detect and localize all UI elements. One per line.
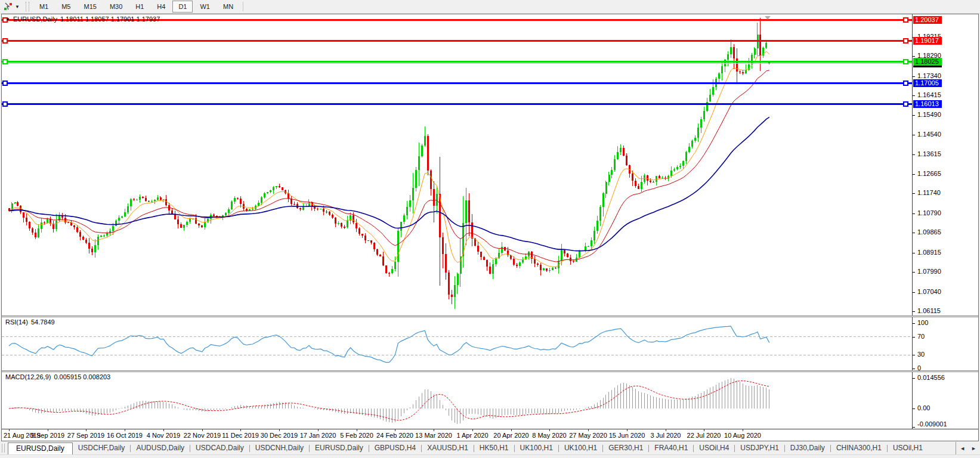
chart-tab-hk50-h1[interactable]: HK50,H1 [474,442,514,454]
timeframe-button-d1[interactable]: D1 [172,1,193,13]
chart-tab-usoil-h4[interactable]: USOil,H4 [694,442,734,454]
date-tick-mark [666,429,666,431]
date-tick-mark [86,429,86,431]
chart-tab-usdcnh-daily[interactable]: USDCNH,Daily [250,442,309,454]
symbol-menu-caret-icon[interactable]: ▼ [5,17,10,22]
crosshair-tool-icon[interactable] [2,1,15,12]
timeframe-button-m1[interactable]: M1 [33,1,54,13]
chart-tab-fra40-h1[interactable]: FRA40,H1 [649,442,693,454]
date-tick-mark [163,429,164,431]
price-tick-label: 1.12665 [917,170,941,178]
chart-tab-xauusd-h1[interactable]: XAUUSD,H1 [422,442,474,454]
date-label: 9 Sep 2019 [31,432,64,439]
chart-title: ▼ EURUSD,Daily 1.18011 1.18057 1.17901 1… [5,16,160,23]
rsi-tick-mark [913,369,915,369]
macd-tick-label: 0.00 [917,404,930,412]
date-axis: 21 Aug 20199 Sep 201927 Sep 201916 Oct 2… [2,429,978,441]
date-tick-mark [202,429,203,431]
chart-tab-eurusd-daily[interactable]: EURUSD,Daily [8,442,73,455]
price-tick-mark [913,76,915,77]
price-tick-mark [913,233,915,233]
date-label: 27 Sep 2019 [67,432,104,439]
date-label: 22 Jul 2020 [687,432,721,439]
date-tick-mark [511,429,512,431]
horizontal-line-support-3[interactable] [2,102,912,106]
date-label: 5 Feb 2020 [340,432,373,439]
macd-values: 0.005915 0.008203 [54,373,110,380]
date-label: 27 May 2020 [569,432,607,439]
timeframe-button-m15[interactable]: M15 [78,1,102,13]
date-tick-mark [125,429,125,431]
tool-dropdown-caret-icon[interactable]: ▼ [15,4,20,10]
price-tick-label: 1.16415 [917,91,941,99]
timeframe-button-m30[interactable]: M30 [104,1,128,13]
chart-tab-china300-h1[interactable]: CHINA300,H1 [831,442,887,454]
tab-scroll-right-icon[interactable]: ► [971,445,976,451]
date-tick-mark [48,429,48,431]
toolbar-grip[interactable] [26,2,29,11]
price-tick-label: 1.07040 [917,288,941,296]
timeframe-buttons: M1M5M15M30H1H4D1W1MN [33,1,240,13]
date-label: 8 May 2020 [532,432,566,439]
rsi-tick-mark [913,323,915,324]
date-label: 17 Jan 2020 [300,432,336,439]
macd-histogram [9,378,769,424]
date-tick-mark [395,429,395,431]
timeframe-button-h4[interactable]: H4 [151,1,171,13]
candlestick-chart[interactable] [2,14,912,315]
price-axis: 1.192151.182901.173401.164151.154901.145… [912,14,978,315]
rsi-value: 54.7849 [31,318,55,326]
date-label: 3 Jul 2020 [651,432,681,439]
timeframe-button-w1[interactable]: W1 [194,1,216,13]
date-tick-mark [279,429,280,431]
price-tick-mark [913,95,915,96]
chart-tab-usoil-h1[interactable]: USOil,H1 [888,442,928,454]
chart-tab-usdcad-daily[interactable]: USDCAD,Daily [190,442,249,454]
chart-tabbar: EURUSD,DailyUSDCHF,DailyAUDUSD,DailyUSDC… [0,442,980,454]
macd-pane[interactable]: MACD(12,26,9) 0.005915 0.008203 0.014556… [2,372,978,429]
horizontal-line-resistance-2[interactable] [2,39,912,43]
price-tick-label: 1.08915 [917,249,941,256]
timeframe-button-m5[interactable]: M5 [55,1,76,13]
timeframe-button-h1[interactable]: H1 [129,1,150,13]
chart-tab-dj30-daily[interactable]: DJ30,Daily [785,442,830,454]
rsi-plot [2,317,912,370]
moving-average-55 [9,117,769,250]
tab-scroll-left-icon[interactable]: ◄ [960,445,965,451]
chart-tab-gbpusd-h4[interactable]: GBPUSD,H4 [369,442,421,454]
timeframe-toolbar: ▼ M1M5M15M30H1H4D1W1MN [0,0,980,14]
chart-tab-uk100-h1[interactable]: UK100,H1 [559,442,602,454]
horizontal-line-support-2[interactable] [2,81,912,85]
rsi-tick-label: 70 [917,333,925,341]
chart-tab-eurusd-daily[interactable]: EURUSD,Daily [310,442,369,454]
price-tick-mark [913,253,915,253]
date-tick-mark [588,429,589,431]
chart-tab-usdjpy-h1[interactable]: USDJPY,H1 [735,442,784,454]
toolbar-separator [243,2,243,11]
date-tick-mark [9,429,10,431]
price-tick-mark [913,311,915,312]
chart-tab-ger30-h1[interactable]: GER30,H1 [603,442,648,454]
date-label: 15 Jun 2020 [609,432,645,439]
chart-ohlc-values: 1.18011 1.18057 1.17901 1.17937 [60,16,160,23]
date-tick-mark [318,429,319,431]
chart-tab-uk100-h1[interactable]: UK100,H1 [515,442,558,454]
date-label: 13 Mar 2020 [415,432,452,439]
chart-tab-usdchf-daily[interactable]: USDCHF,Daily [73,442,131,454]
horizontal-line-support-1[interactable] [2,60,912,64]
macd-tick-mark [913,409,915,409]
chart-tab-audusd-daily[interactable]: AUDUSD,Daily [131,442,190,454]
price-tick-label: 1.14540 [917,131,941,138]
price-level-tag: 1.20037 [913,16,942,24]
macd-axis: 0.0145560.00-0.009001 [912,372,978,429]
price-level-tag: 1.18025 [913,58,942,66]
main-chart-pane[interactable]: ▼ EURUSD,Daily 1.18011 1.18057 1.17901 1… [2,14,978,315]
price-level-tag: 1.16013 [913,100,942,108]
tabbar-grip[interactable] [2,444,5,453]
macd-tick-label: -0.009001 [917,420,947,428]
rsi-tick-label: 30 [917,351,925,358]
rsi-pane[interactable]: RSI(14) 54.7849 10070300 [2,317,978,370]
price-tick-mark [913,193,915,194]
macd-tick-mark [913,427,915,428]
timeframe-button-mn[interactable]: MN [217,1,239,13]
